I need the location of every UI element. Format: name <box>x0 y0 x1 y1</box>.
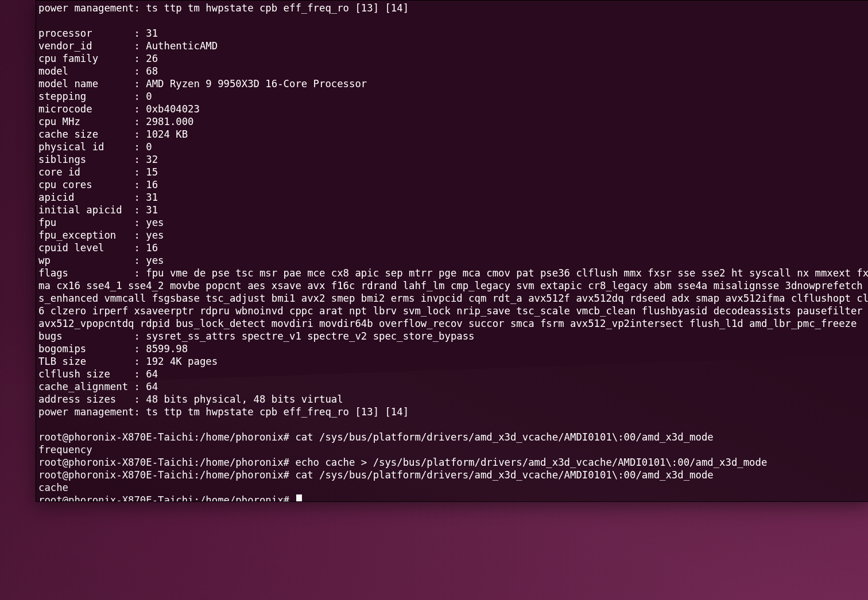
shell-prompt: root@phoronix-X870E-Taichi:/home/phoroni… <box>38 431 289 443</box>
output-3: cache <box>38 482 68 493</box>
terminal-window[interactable]: power management: ts ttp tm hwpstate cpb… <box>36 0 868 502</box>
shell-prompt: root@phoronix-X870E-Taichi:/home/phoroni… <box>38 457 289 468</box>
desktop-background: power management: ts ttp tm hwpstate cpb… <box>0 0 868 600</box>
prompt-line-1: root@phoronix-X870E-Taichi:/home/phoroni… <box>38 431 714 443</box>
shell-prompt: root@phoronix-X870E-Taichi:/home/phoroni… <box>38 494 289 502</box>
terminal-output[interactable]: power management: ts ttp tm hwpstate cpb… <box>36 1 868 502</box>
text-cursor <box>296 494 302 502</box>
prompt-line-current[interactable]: root@phoronix-X870E-Taichi:/home/phoroni… <box>38 494 302 502</box>
cpuinfo-block: power management: ts ttp tm hwpstate cpb… <box>38 2 868 418</box>
output-1: frequency <box>38 444 92 455</box>
shell-prompt: root@phoronix-X870E-Taichi:/home/phoroni… <box>38 469 289 481</box>
command-1: cat /sys/bus/platform/drivers/amd_x3d_vc… <box>295 431 713 443</box>
prompt-line-3: root@phoronix-X870E-Taichi:/home/phoroni… <box>38 469 714 481</box>
command-3: cat /sys/bus/platform/drivers/amd_x3d_vc… <box>295 469 713 481</box>
command-2: echo cache > /sys/bus/platform/drivers/a… <box>295 457 767 468</box>
prompt-line-2: root@phoronix-X870E-Taichi:/home/phoroni… <box>38 457 767 468</box>
